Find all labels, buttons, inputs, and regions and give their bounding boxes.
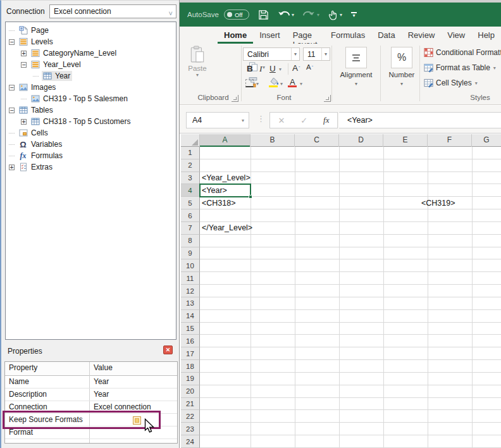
- fill-color-dropdown-arrow[interactable]: ▾: [280, 81, 283, 87]
- row-header-5[interactable]: 5: [181, 197, 200, 209]
- column-header-d[interactable]: D: [339, 134, 383, 147]
- cancel-icon[interactable]: ✕: [278, 116, 285, 125]
- tree-item-formulas[interactable]: fxFormulas: [6, 150, 175, 161]
- alignment-button[interactable]: [345, 47, 367, 68]
- touch-mouse-mode-button[interactable]: ▾: [328, 9, 342, 20]
- row-header-12[interactable]: 12: [181, 285, 200, 297]
- row-header-13[interactable]: 13: [181, 297, 200, 310]
- save-button[interactable]: [258, 9, 269, 20]
- cell-a3[interactable]: <Year_Level>: [202, 173, 250, 183]
- undo-button[interactable]: ▾: [278, 10, 294, 20]
- row-header-3[interactable]: 3: [181, 172, 200, 185]
- formula-input[interactable]: <Year>: [339, 112, 501, 128]
- clipboard-dialog-launcher-icon[interactable]: [232, 95, 238, 102]
- row-header-19[interactable]: 19: [181, 373, 200, 385]
- font-size-combo[interactable]: 11 ▾: [303, 47, 330, 61]
- worksheet-grid[interactable]: ABCDEFG 12345678910111213141516171819202…: [181, 134, 501, 448]
- cell-a5[interactable]: <CH318>: [202, 199, 236, 208]
- tab-data[interactable]: Data: [371, 27, 401, 44]
- column-header-c[interactable]: C: [295, 134, 339, 147]
- tab-home[interactable]: Home: [218, 27, 253, 44]
- increase-font-size-button[interactable]: Aˆ: [292, 63, 300, 73]
- tab-insert[interactable]: Insert: [253, 27, 287, 44]
- row-header-18[interactable]: 18: [181, 360, 200, 373]
- tree-item-extras[interactable]: +Extras: [6, 161, 175, 173]
- row-header-17[interactable]: 17: [181, 347, 200, 360]
- row-header-22[interactable]: 22: [181, 410, 200, 423]
- enter-icon[interactable]: ✓: [300, 116, 307, 125]
- copy-dropdown-arrow[interactable]: ▾: [263, 65, 265, 70]
- keep-source-formats-checkbox[interactable]: [133, 416, 141, 425]
- row-header-9[interactable]: 9: [181, 247, 200, 260]
- row-header-23[interactable]: 23: [181, 423, 200, 435]
- tree-item-tables[interactable]: −Tables: [6, 104, 175, 116]
- row-header-24[interactable]: 24: [181, 435, 200, 448]
- expand-minus-icon[interactable]: −: [21, 62, 27, 68]
- column-header-g[interactable]: G: [472, 134, 501, 147]
- expand-minus-icon[interactable]: −: [9, 39, 15, 45]
- row-header-10[interactable]: 10: [181, 259, 200, 272]
- customize-qat-button[interactable]: ▾: [351, 12, 357, 17]
- alignment-dropdown-arrow[interactable]: ▾: [335, 81, 378, 87]
- column-header-e[interactable]: E: [383, 134, 428, 147]
- formula-bar-grip[interactable]: ⋮: [257, 114, 265, 123]
- tab-formulas[interactable]: Formulas: [325, 27, 371, 44]
- font-name-combo[interactable]: Calibri ▾: [243, 47, 300, 61]
- tree-item-ch318-top-5-customers[interactable]: +CH318 - Top 5 Customers: [6, 116, 175, 127]
- underline-button[interactable]: U: [269, 64, 276, 73]
- name-box[interactable]: A4 ▾: [186, 112, 249, 128]
- row-header-15[interactable]: 15: [181, 323, 200, 335]
- cell-styles-button[interactable]: Cell Styles▾: [424, 77, 478, 89]
- property-row-format[interactable]: Format: [5, 426, 177, 439]
- number-dropdown-arrow[interactable]: ▾: [380, 81, 423, 87]
- row-header-20[interactable]: 20: [181, 385, 200, 398]
- font-color-dropdown-arrow[interactable]: ▾: [300, 81, 302, 87]
- row-header-2[interactable]: 2: [181, 159, 200, 172]
- row-header-16[interactable]: 16: [181, 335, 200, 347]
- row-header-14[interactable]: 14: [181, 310, 200, 323]
- tree-item-page[interactable]: Page: [6, 25, 175, 36]
- decrease-font-size-button[interactable]: Aˇ: [306, 63, 313, 71]
- row-header-4[interactable]: 4: [181, 184, 200, 197]
- tab-page-layout[interactable]: Page Layout: [287, 27, 325, 44]
- property-row-keep-source-formats[interactable]: Keep Source Formats: [5, 414, 177, 426]
- fill-handle[interactable]: [249, 195, 252, 199]
- row-header-7[interactable]: 7: [181, 222, 200, 235]
- cell-a7[interactable]: </Year_Level>: [202, 223, 252, 233]
- touch-mode-dropdown-arrow[interactable]: ▾: [340, 12, 342, 18]
- expand-minus-icon[interactable]: −: [9, 85, 15, 90]
- format-as-table-button[interactable]: Format as Table▾: [424, 61, 496, 74]
- font-dialog-launcher-icon[interactable]: [324, 95, 331, 102]
- row-header-11[interactable]: 11: [181, 272, 200, 285]
- row-header-8[interactable]: 8: [181, 235, 200, 247]
- borders-button[interactable]: [245, 79, 254, 87]
- number-format-button[interactable]: %: [391, 47, 412, 68]
- tree-item-variables[interactable]: ΩVariables: [6, 139, 175, 150]
- tree-item-year[interactable]: Year: [6, 70, 175, 82]
- column-header-b[interactable]: B: [250, 134, 295, 147]
- expand-plus-icon[interactable]: +: [21, 119, 27, 125]
- connection-dropdown[interactable]: Excel connection ˅: [49, 4, 176, 18]
- tab-review[interactable]: Review: [402, 27, 442, 44]
- tree-item-images[interactable]: −Images: [6, 82, 175, 93]
- paste-button[interactable]: Paste ▾: [185, 46, 210, 94]
- property-row-description[interactable]: DescriptionYear: [5, 389, 177, 401]
- redo-dropdown-arrow[interactable]: ▾: [317, 12, 319, 18]
- property-row-name[interactable]: NameYear: [5, 376, 177, 389]
- expand-plus-icon[interactable]: +: [21, 51, 27, 56]
- borders-dropdown-arrow[interactable]: ▾: [256, 81, 259, 87]
- redo-button[interactable]: ▾: [303, 10, 319, 20]
- property-row-connection[interactable]: ConnectionExcel connection: [5, 401, 177, 414]
- select-all-corner[interactable]: [181, 134, 200, 147]
- tree-item-levels[interactable]: −Levels: [6, 36, 175, 47]
- underline-dropdown-arrow[interactable]: ▾: [279, 66, 281, 72]
- tree-item-categoryname-level[interactable]: +CategoryName_Level: [6, 47, 175, 59]
- row-header-6[interactable]: 6: [181, 209, 200, 222]
- tree-item-year-level[interactable]: −Year_Level: [6, 59, 175, 70]
- expand-minus-icon[interactable]: −: [9, 108, 15, 113]
- autosave-toggle[interactable]: Off: [224, 9, 249, 20]
- tab-help[interactable]: Help: [471, 27, 501, 44]
- column-header-a[interactable]: A: [200, 134, 250, 147]
- row-header-21[interactable]: 21: [181, 398, 200, 411]
- expand-plus-icon[interactable]: +: [9, 165, 15, 170]
